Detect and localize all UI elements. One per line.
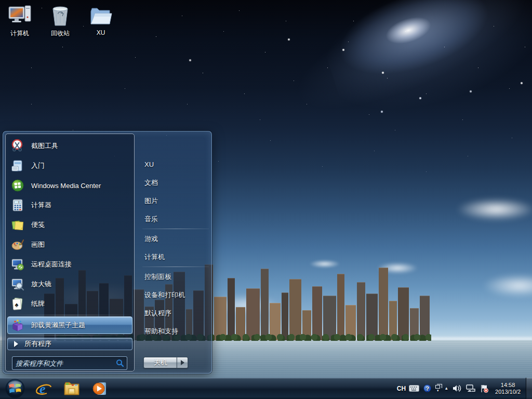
shutdown-arrow-icon: [181, 360, 184, 365]
ime-help-icon[interactable]: ?: [423, 384, 431, 392]
desktop-icon-xu-folder[interactable]: XU: [82, 3, 119, 36]
ime-restore-icon: [435, 385, 440, 389]
spade-glyph: ♠: [15, 301, 19, 309]
shutdown-controls: 关机: [143, 357, 188, 368]
calculator-icon: 0: [10, 198, 25, 212]
start-orb-icon: [5, 379, 25, 398]
network-icon[interactable]: [466, 384, 475, 392]
menu-separator: [10, 315, 130, 315]
taskbar-item-windows-explorer[interactable]: [61, 379, 82, 398]
menu-item-solitaire[interactable]: ♠ 纸牌: [6, 294, 134, 314]
ime-options-icon[interactable]: ▾: [435, 385, 440, 392]
right-item-games[interactable]: 游戏: [139, 230, 212, 248]
menu-item-getting-started[interactable]: 入门: [6, 156, 134, 176]
help-glyph: ?: [423, 384, 431, 392]
desktop-icon-label: 回收站: [42, 29, 79, 38]
menu-item-label: Windows Media Center: [31, 182, 101, 190]
system-tray: CH ? ▾ ▲: [395, 378, 532, 399]
menu-item-paint[interactable]: 画图: [6, 235, 134, 255]
explorer-folder-icon: [63, 381, 81, 396]
menu-item-sticky-notes[interactable]: 便笺: [6, 215, 134, 235]
all-programs-arrow-icon: [14, 341, 18, 347]
taskbar: e CH: [0, 378, 532, 399]
menu-item-label: 画图: [31, 240, 45, 249]
ime-chevron-down-icon: ▾: [437, 389, 439, 392]
recycle-bin-icon: [48, 3, 73, 28]
right-item-devices-printers[interactable]: 设备和打印机: [139, 286, 212, 304]
menu-item-remote-desktop[interactable]: 远程桌面连接: [6, 255, 134, 274]
menu-item-uninstall-theme[interactable]: 卸载黄濑黑子主题: [7, 316, 132, 334]
keyboard-icon[interactable]: [409, 385, 419, 392]
menu-item-label: 纸牌: [31, 299, 45, 309]
computer-icon: [7, 3, 32, 28]
shutdown-button[interactable]: 关机: [143, 357, 177, 368]
menu-item-label: 截图工具: [31, 141, 58, 151]
right-item-default-programs[interactable]: 默认程序: [139, 304, 212, 322]
start-menu-program-list: 截图工具 入门: [5, 134, 135, 371]
internet-explorer-icon: e: [35, 381, 52, 396]
show-desktop-button[interactable]: [526, 378, 532, 399]
sticky-notes-icon: [10, 218, 25, 232]
right-item-documents[interactable]: 文档: [139, 174, 212, 192]
menu-separator: [10, 335, 130, 336]
clock-date: 2013/10/2: [495, 389, 521, 395]
right-item-user[interactable]: XU: [139, 155, 212, 174]
taskbar-item-media-player[interactable]: [89, 379, 110, 398]
shutdown-options-button[interactable]: [177, 357, 188, 368]
bright-stars: [0, 0, 1, 1]
menu-separator: [142, 229, 209, 229]
search-icon[interactable]: [113, 357, 127, 369]
media-center-icon: [10, 178, 25, 193]
show-hidden-icons-button[interactable]: ▲: [444, 386, 448, 391]
right-item-music[interactable]: 音乐: [139, 210, 212, 228]
start-menu: 截图工具 入门: [3, 131, 212, 374]
start-button[interactable]: [4, 378, 26, 399]
menu-item-label: 计算器: [31, 201, 51, 210]
right-item-pictures[interactable]: 图片: [139, 192, 212, 210]
volume-icon[interactable]: [453, 384, 462, 392]
getting-started-icon: [10, 158, 25, 173]
user-folder-icon: [88, 3, 113, 28]
uninstall-theme-icon: [10, 318, 25, 332]
menu-item-label: 便笺: [31, 220, 45, 230]
right-item-help-support[interactable]: 帮助和支持: [139, 322, 212, 340]
solitaire-icon: ♠: [10, 297, 25, 311]
taskbar-clock[interactable]: 14:58 2013/10/2: [495, 382, 521, 395]
media-player-icon: [91, 381, 108, 396]
all-programs-label: 所有程序: [24, 339, 51, 349]
desktop-icon-recycle-bin[interactable]: 回收站: [42, 3, 79, 38]
remote-desktop-icon: [10, 257, 25, 272]
right-item-control-panel[interactable]: 控制面板: [139, 268, 212, 286]
magnifier-icon: [10, 277, 25, 291]
all-programs-button[interactable]: 所有程序: [7, 338, 132, 350]
search-input[interactable]: [12, 360, 113, 367]
desktop-icon-label: XU: [82, 29, 119, 36]
menu-item-calculator[interactable]: 0 计算器: [6, 195, 134, 215]
cloud: [483, 274, 532, 297]
snipping-tool-icon: [10, 139, 25, 153]
clock-time: 14:58: [495, 382, 521, 389]
menu-item-windows-media-center[interactable]: Windows Media Center: [6, 176, 134, 195]
right-item-computer[interactable]: 计算机: [139, 248, 212, 266]
cloud: [457, 198, 532, 220]
start-menu-right-column: XU 文档 图片 音乐 游戏 计算机 控制面板 设备和打印机 默认程序 帮助和支…: [139, 155, 212, 340]
taskbar-item-internet-explorer[interactable]: e: [33, 379, 54, 398]
menu-item-label: 远程桌面连接: [31, 260, 72, 269]
desktop-icon-computer[interactable]: 计算机: [1, 3, 38, 38]
menu-separator: [142, 267, 209, 267]
menu-item-snipping-tool[interactable]: 截图工具: [6, 136, 134, 156]
action-center-icon[interactable]: [480, 384, 489, 393]
search-box: [12, 356, 127, 370]
desktop-icon-label: 计算机: [1, 29, 38, 38]
paint-icon: [10, 237, 25, 252]
menu-item-label: 放大镜: [31, 280, 51, 289]
language-indicator[interactable]: CH: [397, 385, 406, 392]
menu-item-label: 卸载黄濑黑子主题: [31, 321, 85, 330]
menu-item-magnifier[interactable]: 放大镜: [6, 274, 134, 294]
menu-item-label: 入门: [31, 161, 45, 170]
